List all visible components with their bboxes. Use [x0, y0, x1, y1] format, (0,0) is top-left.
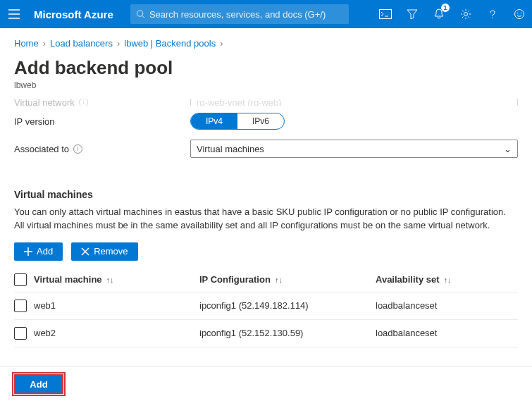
cell-vm: web1 [34, 300, 199, 311]
cell-as: loadbalanceset [376, 300, 518, 311]
search-icon [136, 9, 145, 19]
cell-ip: ipconfig1 (52.149.182.114) [199, 300, 376, 311]
vnet-label: Virtual network [14, 99, 75, 106]
cell-vm: web2 [34, 328, 199, 338]
vnet-select[interactable]: rg-web-vnet (rg-web) [190, 99, 518, 106]
settings-icon[interactable] [459, 7, 473, 21]
notifications-icon[interactable]: 1 [432, 7, 446, 21]
ipv6-option[interactable]: IPv6 [237, 113, 284, 129]
associated-to-select[interactable]: Virtual machines ⌄ [190, 140, 518, 158]
info-icon[interactable]: i [73, 144, 82, 154]
brand-label[interactable]: Microsoft Azure [34, 8, 113, 20]
remove-vm-button[interactable]: Remove [71, 242, 137, 261]
breadcrumb: Home › Load balancers › lbweb | Backend … [0, 28, 532, 51]
breadcrumb-backendpools[interactable]: lbweb | Backend pools [124, 38, 216, 49]
svg-point-4 [515, 10, 524, 19]
assoc-label: Associated to [14, 144, 69, 154]
chevron-right-icon: › [117, 38, 120, 49]
vm-section-header: Virtual machines [0, 168, 532, 206]
info-icon[interactable]: i [79, 99, 88, 106]
svg-point-0 [137, 11, 142, 16]
ipversion-label: IP version [14, 116, 55, 127]
plus-icon [24, 247, 32, 256]
svg-point-6 [521, 13, 522, 14]
assoc-value: Virtual machines [197, 144, 264, 154]
ip-version-toggle: IPv4 IPv6 [190, 113, 285, 130]
svg-point-5 [517, 13, 519, 14]
chevron-right-icon: › [43, 38, 46, 49]
global-search[interactable] [130, 4, 349, 24]
directory-filter-icon[interactable] [405, 7, 419, 21]
ipv4-option[interactable]: IPv4 [191, 113, 237, 129]
footer-bar: Add [0, 366, 532, 401]
table-row[interactable]: web2 ipconfig1 (52.152.130.59) loadbalan… [14, 320, 518, 347]
page-subtitle: lbweb [0, 79, 532, 99]
help-icon[interactable] [485, 7, 500, 21]
add-button[interactable]: Add [14, 374, 63, 394]
cloud-shell-icon[interactable] [378, 7, 392, 21]
select-all-checkbox[interactable] [14, 273, 27, 286]
chevron-down-icon: ⌄ [504, 144, 512, 154]
associated-to-row: Associated to i Virtual machines ⌄ [14, 140, 518, 158]
row-checkbox[interactable] [14, 300, 27, 312]
cell-ip: ipconfig1 (52.152.130.59) [199, 328, 376, 338]
close-icon [81, 247, 89, 256]
vm-action-row: Add Remove [0, 242, 532, 268]
feedback-icon[interactable] [512, 7, 526, 21]
row-checkbox[interactable] [14, 327, 27, 340]
notification-badge: 1 [441, 4, 450, 12]
hamburger-icon[interactable] [6, 6, 23, 23]
svg-rect-2 [380, 10, 392, 19]
table-row[interactable]: web1 ipconfig1 (52.149.182.114) loadbala… [14, 292, 518, 320]
vm-section-desc: You can only attach virtual machines in … [0, 206, 532, 242]
breadcrumb-home[interactable]: Home [14, 38, 39, 49]
top-bar: Microsoft Azure 1 [0, 0, 532, 28]
search-input[interactable] [149, 9, 343, 20]
ip-version-row: IP version IPv4 IPv6 [14, 113, 518, 130]
svg-line-1 [142, 16, 144, 18]
col-ip[interactable]: IP Configuration [199, 274, 271, 285]
add-vm-button[interactable]: Add [14, 242, 63, 261]
sort-icon[interactable]: ↑↓ [444, 276, 452, 284]
sort-icon[interactable]: ↑↓ [275, 276, 283, 284]
col-vm[interactable]: Virtual machine [34, 274, 102, 285]
vm-table: Virtual machine↑↓ IP Configuration↑↓ Ava… [0, 268, 532, 347]
chevron-right-icon: › [220, 38, 223, 49]
cell-as: loadbalanceset [376, 328, 518, 338]
virtual-network-row: Virtual network i rg-web-vnet (rg-web) [14, 99, 518, 106]
sort-icon[interactable]: ↑↓ [106, 276, 114, 284]
top-icons: 1 [378, 7, 526, 21]
breadcrumb-loadbalancers[interactable]: Load balancers [50, 38, 113, 49]
col-as[interactable]: Availability set [376, 274, 440, 285]
page-title: Add backend pool [0, 51, 532, 79]
svg-point-3 [464, 13, 468, 16]
table-header: Virtual machine↑↓ IP Configuration↑↓ Ava… [14, 268, 518, 292]
